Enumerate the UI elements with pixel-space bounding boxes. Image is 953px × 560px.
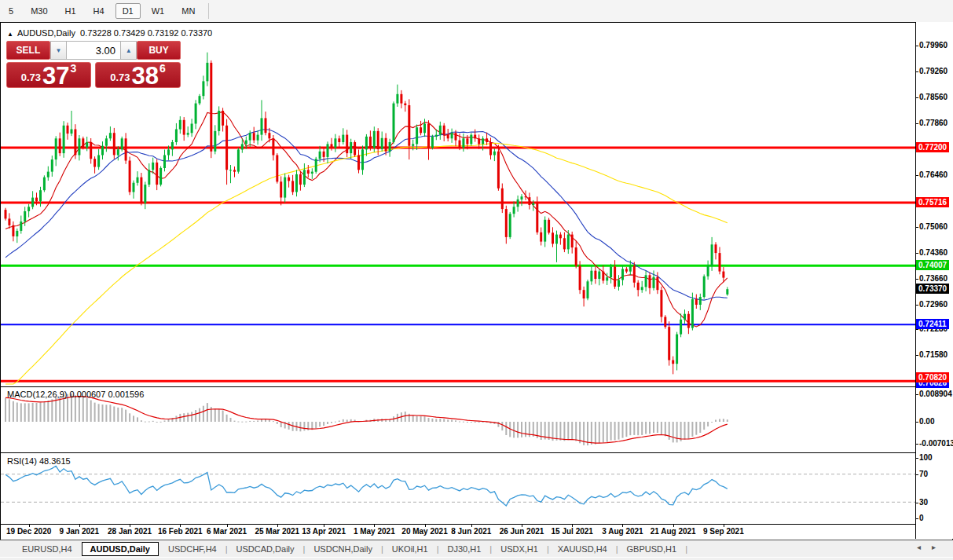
tab-separator: | <box>685 544 687 554</box>
date-axis-label: 13 Apr 2021 <box>302 527 346 536</box>
price-axis-label: 0.71580 <box>919 350 948 359</box>
one-click-trade-panel: SELL ▼ ▲ BUY 0.73 37 3 0.73 38 6 <box>6 41 181 88</box>
buy-price-point: 6 <box>159 62 166 75</box>
chart-tab-eurusd[interactable]: EURUSD,H4 <box>14 543 80 555</box>
date-axis-label: 9 Jan 2021 <box>60 527 100 536</box>
chart-tab-bar: EURUSD,H4AUDUSD,DailyUSDCHF,H4|USDCAD,Da… <box>0 540 953 558</box>
timeframe-5[interactable]: 5 <box>2 4 20 18</box>
date-axis-label: 19 Dec 2020 <box>6 527 51 536</box>
price-axis-label: 0.75060 <box>919 222 948 231</box>
rsi-divider[interactable] <box>0 452 953 453</box>
macd-axis-label: -0.007013 <box>919 439 953 448</box>
date-axis-label: 20 May 2021 <box>401 527 447 536</box>
axis-tick <box>916 253 918 254</box>
axis-tick <box>916 46 918 46</box>
tab-scroll-right-icon: ▸ <box>932 543 947 551</box>
sell-price-button[interactable]: 0.73 37 3 <box>6 62 91 88</box>
buy-price-prefix: 0.73 <box>110 71 130 83</box>
sell-button[interactable]: SELL <box>6 41 50 60</box>
tab-separator: | <box>437 544 439 554</box>
tab-separator: | <box>616 544 618 554</box>
timeframe-m30[interactable]: M30 <box>24 4 53 18</box>
rsi-panel[interactable] <box>1 453 915 523</box>
chart-tab-ukoil[interactable]: UKOil,H1 <box>384 543 436 555</box>
axis-tick <box>916 329 918 330</box>
macd-divider[interactable] <box>0 386 953 387</box>
buy-button[interactable]: BUY <box>137 41 181 60</box>
chart-tab-usdx[interactable]: USDX,H1 <box>493 543 546 555</box>
tab-separator: | <box>225 544 228 554</box>
chart-tab-xauusd[interactable]: XAUUSD,H4 <box>550 543 615 555</box>
date-axis-label: 26 Jun 2021 <box>500 527 544 536</box>
price-line-badge: 0.72411 <box>916 319 949 329</box>
axis-tick <box>916 227 918 228</box>
chart-tab-dj30[interactable]: DJ30,H1 <box>440 543 489 555</box>
date-axis-label: 28 Jan 2021 <box>108 527 152 536</box>
chart-tab-usdcnh[interactable]: USDCNH,Daily <box>306 543 380 555</box>
price-axis-label: 0.74360 <box>919 248 948 257</box>
tab-separator: | <box>303 544 306 554</box>
buy-price-button[interactable]: 0.73 38 6 <box>95 62 181 88</box>
timeframe-toolbar: 5M30H1H4D1W1MN <box>0 0 953 23</box>
timeframe-mn[interactable]: MN <box>175 4 201 18</box>
date-axis-label: 9 Sep 2021 <box>703 527 744 536</box>
date-axis-label: 21 Aug 2021 <box>651 527 696 536</box>
timeframe-d1[interactable]: D1 <box>115 3 141 19</box>
date-axis: 19 Dec 20209 Jan 202128 Jan 202116 Feb 2… <box>1 524 915 539</box>
chart-tab-usdcad[interactable]: USDCAD,Daily <box>229 543 302 555</box>
date-axis-label: 8 Jun 2021 <box>451 527 491 536</box>
rsi-axis-label: 30 <box>919 498 928 507</box>
price-axis-label: 0.73660 <box>919 274 948 283</box>
timeframe-h4[interactable]: H4 <box>87 4 111 18</box>
price-axis-label: 0.79260 <box>919 67 948 75</box>
axis-tick <box>916 279 918 280</box>
tab-scroll-arrows[interactable]: ◂▸ <box>917 543 947 551</box>
price-axis-label: 0.79960 <box>919 41 948 49</box>
price-axis: 0.799600.792600.785600.778600.764600.750… <box>916 22 953 539</box>
price-line-badge: 0.77200 <box>916 142 949 152</box>
toolbar-separator <box>208 3 209 19</box>
sell-price-prefix: 0.73 <box>21 71 41 83</box>
price-line-badge: 0.74007 <box>916 260 949 270</box>
chart-tab-gbpusd[interactable]: GBPUSD,H1 <box>619 543 685 555</box>
tab-separator: | <box>489 544 492 554</box>
rsi-axis-label: 0 <box>919 514 924 522</box>
price-axis-label: 0.72960 <box>919 300 948 309</box>
axis-tick <box>916 305 918 306</box>
macd-axis-label: 0.008904 <box>919 390 952 398</box>
timeframe-w1[interactable]: W1 <box>145 4 171 18</box>
rsi-axis-label: 100 <box>919 453 933 462</box>
date-axis-label: 15 Jul 2021 <box>552 527 593 536</box>
date-axis-label: 25 Mar 2021 <box>255 527 299 536</box>
date-axis-label: 6 Mar 2021 <box>207 527 247 536</box>
axis-tick <box>916 123 918 124</box>
status-strip <box>0 557 953 560</box>
collapse-arrow-icon[interactable]: ▲ <box>7 31 13 38</box>
date-axis-label: 16 Feb 2021 <box>158 527 203 536</box>
rsi-axis-label: 70 <box>919 470 928 478</box>
price-line-badge: 0.75716 <box>916 197 949 207</box>
tab-separator: | <box>381 544 383 554</box>
volume-decrease-button[interactable]: ▼ <box>50 41 67 60</box>
date-axis-label: 1 May 2021 <box>354 527 395 536</box>
sell-price-point: 3 <box>71 62 77 75</box>
volume-increase-button[interactable]: ▲ <box>120 41 137 60</box>
tab-separator: | <box>547 544 549 554</box>
chart-tab-audusd[interactable]: AUDUSD,Daily <box>82 542 159 556</box>
chart-title: ▲AUDUSD,Daily 0.73228 0.73429 0.73192 0.… <box>7 28 212 38</box>
buy-price-pips: 38 <box>132 66 159 86</box>
volume-input[interactable] <box>67 41 120 60</box>
price-axis-label: 0.77860 <box>919 119 948 127</box>
axis-tick <box>916 175 918 176</box>
terminal-window: 5M30H1H4D1W1MN ▲AUDUSD,Daily 0.73228 0.7… <box>0 0 953 560</box>
timeframe-h1[interactable]: H1 <box>59 4 82 18</box>
price-line-badge: 0.70820 <box>916 372 949 382</box>
rsi-label: RSI(14) 48.3615 <box>7 456 71 466</box>
chart-tab-usdchf[interactable]: USDCHF,H4 <box>160 543 225 555</box>
tab-scroll-left-icon: ◂ <box>917 543 932 551</box>
axis-tick <box>916 71 918 72</box>
price-line-badge: 0.73370 <box>916 284 949 294</box>
macd-label: MACD(12,26,9) 0.000607 0.001596 <box>7 390 144 399</box>
date-axis-label: 3 Aug 2021 <box>602 527 643 536</box>
price-axis-label: 0.76460 <box>919 170 948 179</box>
